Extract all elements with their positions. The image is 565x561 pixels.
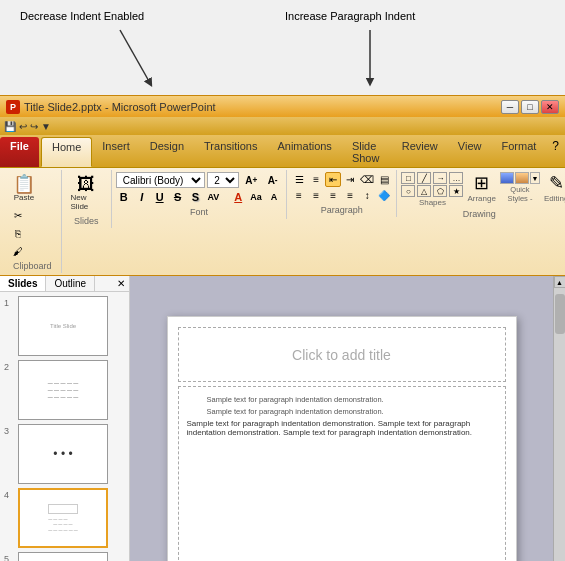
decrease-font-button[interactable]: A- (263, 172, 282, 188)
tab-insert[interactable]: Insert (92, 137, 140, 167)
text-direction-button[interactable]: ⌫ (359, 172, 375, 187)
shape-pentagon[interactable]: ⬠ (433, 185, 447, 197)
strikethrough-button[interactable]: S (170, 189, 186, 205)
tab-design[interactable]: Design (140, 137, 194, 167)
arrange-label: Arrange (467, 194, 495, 203)
content-inner: Click to add title Sample text for parag… (130, 276, 553, 561)
tab-file[interactable]: File (0, 137, 39, 167)
copy-button[interactable]: ⎘ (8, 225, 28, 241)
increase-indent-button[interactable]: ⇥ (342, 172, 358, 187)
help-button[interactable]: ? (546, 137, 565, 167)
quick-access-dropdown[interactable]: ▼ (41, 121, 51, 132)
save-button[interactable]: 💾 (4, 121, 16, 132)
arrow-right-svg (330, 28, 410, 88)
format-painter-button[interactable]: 🖌 (8, 243, 28, 259)
font-color-button[interactable]: A (230, 189, 246, 205)
shape-star[interactable]: ★ (449, 185, 463, 197)
slide-preview-2[interactable]: — — — — —— — — — —— — — — — (18, 360, 108, 420)
align-left-button[interactable]: ≡ (291, 188, 307, 203)
minimize-button[interactable]: ─ (501, 100, 519, 114)
slide-preview-5[interactable]: Slide #1 (18, 552, 108, 561)
arrange-button[interactable]: ⊞ (474, 172, 489, 194)
annotation-left: Decrease Indent Enabled (20, 10, 144, 22)
slide-container: Click to add title Sample text for parag… (130, 276, 553, 561)
quick-style-2[interactable] (515, 172, 529, 184)
align-right-button[interactable]: ≡ (325, 188, 341, 203)
scroll-thumb-vertical[interactable] (555, 294, 565, 334)
shape-more[interactable]: … (449, 172, 463, 184)
numbering-button[interactable]: ≡ (308, 172, 324, 187)
quick-styles-label: Quick Styles - (500, 185, 540, 203)
justify-button[interactable]: ≡ (342, 188, 358, 203)
maximize-button[interactable]: □ (521, 100, 539, 114)
slide-thumb-1[interactable]: 1 Title Slide (4, 296, 125, 356)
slide-thumb-3[interactable]: 3 • • • (4, 424, 125, 484)
bullets-button[interactable]: ☰ (291, 172, 307, 187)
char-spacing-button[interactable]: AV (205, 189, 221, 205)
font-name-select[interactable]: Calibri (Body) (116, 172, 205, 188)
undo-button[interactable]: ↩ (19, 121, 27, 132)
shapes-label: Shapes (419, 198, 446, 207)
tab-home[interactable]: Home (41, 137, 92, 167)
clipboard-label: Clipboard (8, 261, 57, 271)
italic-button[interactable]: I (134, 189, 150, 205)
underline-button[interactable]: U (152, 189, 168, 205)
columns-button[interactable]: ▤ (376, 172, 392, 187)
new-slide-button[interactable]: 🖼 New Slide (66, 172, 107, 214)
tab-slideshow[interactable]: Slide Show (342, 137, 392, 167)
increase-font-button[interactable]: A+ (241, 172, 261, 188)
slide-content-box[interactable]: Sample text for paragraph indentation de… (178, 386, 506, 561)
ribbon-content: 📋 Paste ✂ ⎘ 🖌 Clipboard 🖼 New Slide Slid… (0, 168, 565, 275)
bold-button[interactable]: B (116, 189, 132, 205)
shape-rect[interactable]: □ (401, 172, 415, 184)
close-button[interactable]: ✕ (541, 100, 559, 114)
tab-animations[interactable]: Animations (267, 137, 341, 167)
decrease-indent-button[interactable]: ⇤ (325, 172, 341, 187)
slide-thumb-5[interactable]: 5 Slide #1 (4, 552, 125, 561)
slide-preview-3[interactable]: • • • (18, 424, 108, 484)
shape-line[interactable]: ╱ (417, 172, 431, 184)
editing-group: ✎ Editing (544, 172, 565, 203)
slide-title-box[interactable]: Click to add title (178, 327, 506, 382)
ribbon-group-slides: 🖼 New Slide Slides (62, 170, 112, 228)
scroll-up-button[interactable]: ▲ (554, 276, 566, 288)
cut-button[interactable]: ✂ (8, 207, 28, 223)
clear-format-button[interactable]: A (266, 189, 282, 205)
smartart-convert-button[interactable]: 🔷 (376, 188, 392, 203)
slide-preview-1[interactable]: Title Slide (18, 296, 108, 356)
tab-review[interactable]: Review (392, 137, 448, 167)
slide-indented-text-1: Sample text for paragraph indentation de… (187, 395, 497, 404)
redo-button[interactable]: ↪ (30, 121, 38, 132)
tab-slides[interactable]: Slides (0, 276, 46, 291)
slide-thumb-2[interactable]: 2 — — — — —— — — — —— — — — — (4, 360, 125, 420)
tab-transitions[interactable]: Transitions (194, 137, 267, 167)
tab-outline[interactable]: Outline (46, 276, 95, 291)
paste-button[interactable]: 📋 Paste (8, 172, 40, 205)
ribbon: File Home Insert Design Transitions Anim… (0, 135, 565, 276)
shape-arrow[interactable]: → (433, 172, 447, 184)
quick-style-1[interactable] (500, 172, 514, 184)
ribbon-group-clipboard: 📋 Paste ✂ ⎘ 🖌 Clipboard (4, 170, 62, 273)
title-bar: P Title Slide2.pptx - Microsoft PowerPoi… (0, 95, 565, 117)
slide-indented-text-2: Sample text for paragraph indentation de… (187, 407, 497, 416)
quick-styles-more[interactable]: ▼ (530, 172, 540, 184)
arrow-left-svg (60, 28, 180, 88)
line-spacing-button[interactable]: ↕ (359, 188, 375, 203)
tab-view[interactable]: View (448, 137, 492, 167)
title-placeholder: Click to add title (292, 347, 391, 363)
vertical-scrollbar[interactable]: ▲ ⬆ ⬇ ▼ (553, 276, 565, 561)
panel-close-button[interactable]: ✕ (113, 276, 129, 291)
slide-preview-4[interactable]: — — — —— — — — — — — — — — (18, 488, 108, 548)
shape-oval[interactable]: ○ (401, 185, 415, 197)
tab-format[interactable]: Format (491, 137, 546, 167)
drawing-label: Drawing (401, 209, 557, 219)
shadow-button[interactable]: S (188, 189, 204, 205)
font-size-select[interactable]: 24 (207, 172, 239, 188)
editing-button[interactable]: ✎ (549, 172, 564, 194)
shape-triangle[interactable]: △ (417, 185, 431, 197)
align-center-button[interactable]: ≡ (308, 188, 324, 203)
content-with-scroll: Click to add title Sample text for parag… (130, 276, 565, 561)
ribbon-group-font: Calibri (Body) 24 A+ A- B I U S S AV (112, 170, 287, 219)
slide-thumb-4[interactable]: 4 — — — —— — — — — — — — — — (4, 488, 125, 548)
uppercase-button[interactable]: Aa (248, 189, 264, 205)
